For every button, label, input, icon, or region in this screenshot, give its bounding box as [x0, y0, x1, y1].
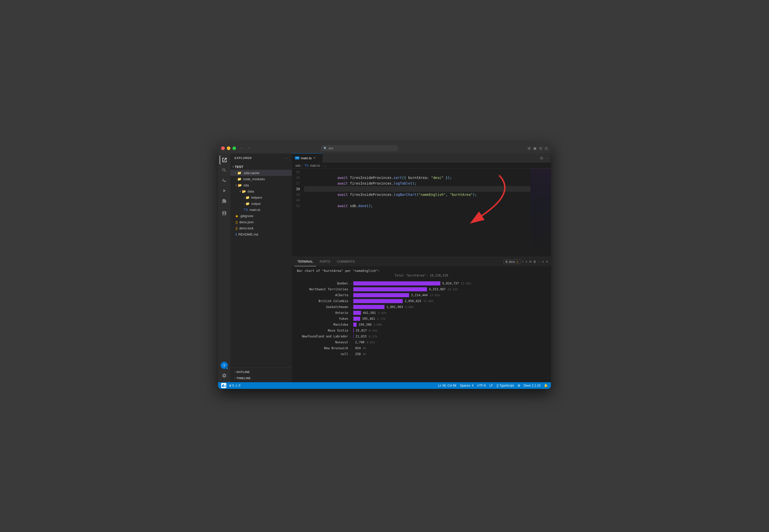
bar-pct: 0.12%	[369, 335, 377, 338]
split-icon[interactable]: ⊟	[539, 146, 542, 150]
extensions-icon[interactable]: ⊞	[528, 146, 531, 150]
bar-fill	[353, 317, 360, 321]
search-bar[interactable]: 🔍 test	[321, 145, 398, 151]
breadcrumb-sep2: ›	[321, 164, 322, 167]
sidebar-item-gitignore[interactable]: ◆ .gitignore	[230, 213, 292, 219]
sidebar-item-deno-json[interactable]: {} deno.json	[230, 219, 292, 225]
account-icon[interactable]: S 1	[221, 362, 228, 369]
sidebar-item-readme[interactable]: ℹ README.md	[230, 231, 292, 237]
folder-icon: 📁	[245, 196, 250, 199]
bar-track: 395,461 2.17%	[353, 317, 386, 321]
line-col-text: Ln 38, Col 68	[438, 384, 456, 387]
timeline-section[interactable]: › TIMELINE	[230, 375, 292, 381]
more-terminal-icon[interactable]: ···	[538, 260, 540, 263]
editor-area: TS main.ts ✕ ⊟ ··· sda › TS main.ts › ..…	[292, 153, 551, 382]
sidebar-item-helpers[interactable]: › 📁 helpers	[230, 194, 292, 200]
search-activity-icon[interactable]	[220, 166, 229, 175]
status-language[interactable]: {} TypeScript	[497, 384, 514, 387]
more-actions-icon[interactable]: ···	[545, 156, 548, 160]
terminal-tab-ports[interactable]: PORTS	[317, 257, 333, 266]
tab-label: main.ts	[301, 156, 312, 160]
source-control-activity-icon[interactable]	[220, 176, 229, 185]
bar-value: 258	[355, 352, 361, 356]
sidebar-more-button[interactable]: ···	[285, 156, 288, 160]
bar-separator: -	[350, 288, 352, 291]
tab-main-ts[interactable]: TS main.ts ✕	[292, 153, 323, 163]
bar-fill	[353, 328, 354, 333]
code-editor[interactable]: 35 36 37 38 39 40 41 await firesInsidePr…	[292, 169, 551, 257]
bar-fill	[353, 334, 354, 338]
extensions-activity-icon[interactable]	[220, 196, 229, 206]
terminal-tab-comments[interactable]: COMMENTS	[334, 257, 358, 266]
layout-icon[interactable]: ▣	[533, 146, 537, 150]
split-editor-icon[interactable]: ⊟	[540, 156, 543, 160]
sidebar-item-sda[interactable]: ▾ 📂 sda	[230, 182, 292, 188]
status-spaces[interactable]: Spaces: 4	[460, 384, 473, 387]
bar-chart-row: Nova Scotia-25,017 0.14%	[297, 328, 546, 333]
plus-icon[interactable]: +	[522, 260, 524, 263]
search-text: test	[329, 147, 333, 150]
bar-value: 441,581	[363, 311, 376, 315]
sidebar-item-data[interactable]: ▾ 📂 data	[230, 188, 292, 194]
sidebar-item-output[interactable]: › 📁 output	[230, 200, 292, 207]
deno-version-text: Deno 2.1.10	[524, 384, 540, 387]
error-indicator: ⊗ 0	[229, 384, 234, 387]
back-button[interactable]: ←	[239, 146, 245, 151]
code-line-40: await sdb.done();	[304, 197, 530, 203]
bar-label: null	[297, 352, 348, 356]
line-num-35: 35	[292, 169, 300, 175]
test-activity-icon[interactable]	[220, 209, 229, 218]
settings-activity-icon[interactable]	[220, 371, 229, 380]
status-bell[interactable]: 🔔	[544, 384, 548, 387]
bar-label: Northwest Territories	[297, 288, 348, 291]
run-activity-icon[interactable]	[220, 186, 229, 195]
line-ending-text: LF	[489, 384, 493, 387]
terminal-content: Bar chart of "burntArea" per "nameEnglis…	[292, 266, 551, 382]
chevron-right-icon: ›	[234, 371, 236, 373]
breadcrumb-main: main.ts	[310, 164, 320, 167]
bar-pct: 27.55%	[461, 282, 471, 285]
titlebar-right: ⊞ ▣ ⊟ ⊡	[528, 146, 548, 150]
tree-root[interactable]: ▾ TEST	[230, 164, 292, 170]
bar-label: Ontario	[297, 311, 348, 315]
search-icon: 🔍	[324, 147, 327, 150]
activity-bar-bottom: S 1	[220, 362, 229, 380]
close-tab-icon[interactable]: ✕	[313, 156, 316, 160]
explorer-activity-icon[interactable]	[220, 155, 229, 165]
bar-track: 441,581 2.42%	[353, 311, 387, 315]
chart-total: Total "burntArea": 18,238,520	[297, 274, 546, 277]
close-terminal-icon[interactable]: ✕	[546, 260, 548, 263]
fullscreen-icon[interactable]: ⊡	[545, 146, 548, 150]
bar-label: Nunavut	[297, 341, 348, 344]
info-icon: ℹ	[236, 232, 237, 236]
status-extension[interactable]: ⊞	[518, 384, 520, 387]
maximize-button[interactable]	[232, 146, 236, 150]
status-line-col[interactable]: Ln 38, Col 68	[438, 384, 456, 387]
sidebar-item-deno-lock[interactable]: {} deno.lock	[230, 225, 292, 231]
status-deno-version[interactable]: Deno 2.1.10	[524, 384, 540, 387]
outline-section[interactable]: › OUTLINE	[230, 369, 292, 375]
bar-label: British Columbia	[297, 299, 348, 303]
lock-json-icon: {}	[236, 226, 238, 230]
bar-pct: 0.14%	[369, 329, 377, 332]
sidebar-item-main-ts-nested[interactable]: TS main.ts	[230, 207, 292, 213]
vscode-icon[interactable]	[221, 383, 226, 388]
deno-lock-label: deno.lock	[239, 226, 254, 230]
bar-label: New Brunswick	[297, 346, 348, 350]
status-encoding[interactable]: UTF-8	[477, 384, 486, 387]
terminal-tab-bar: TERMINAL PORTS COMMENTS ⊕ deno ⚠ + ∨ ⊟ 🗑	[292, 257, 551, 266]
forward-button[interactable]: →	[246, 146, 252, 151]
terminal-tab-terminal[interactable]: TERMINAL	[294, 257, 316, 266]
chevron-down-icon[interactable]: ∨	[525, 260, 528, 263]
sidebar-item-node-modules[interactable]: › 📁 node_modules	[230, 176, 292, 182]
bar-value: 2,856,625	[405, 299, 421, 303]
sidebar-item-sda-cache[interactable]: › 📁 .sda-cache	[230, 170, 292, 176]
bar-fill	[353, 293, 409, 297]
close-button[interactable]	[221, 146, 225, 150]
status-line-ending[interactable]: LF	[489, 384, 493, 387]
chevron-up-icon[interactable]: ∧	[542, 260, 544, 263]
status-errors[interactable]: ⊗ 0 ⚠ 0	[229, 384, 240, 387]
minimize-button[interactable]	[227, 146, 230, 150]
delete-terminal-icon[interactable]: 🗑	[533, 260, 536, 263]
split-terminal-icon[interactable]: ⊟	[529, 260, 532, 263]
